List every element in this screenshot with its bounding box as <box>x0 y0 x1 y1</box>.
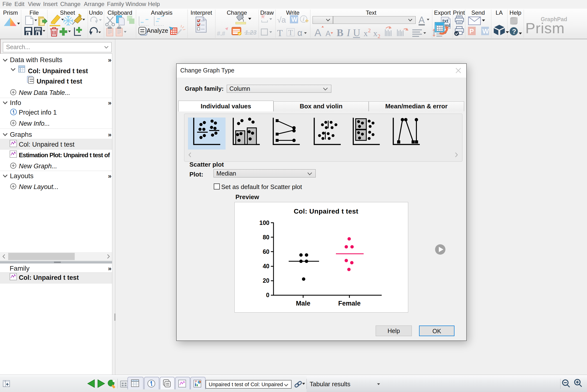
svg-text:Col: Unpaired t test: Col: Unpaired t test <box>294 208 358 215</box>
svg-text:2: 2 <box>368 28 371 34</box>
svg-text:A: A <box>326 30 331 38</box>
svg-text:B: B <box>337 27 343 38</box>
svg-text:100: 100 <box>259 219 269 226</box>
svg-text:√a: √a <box>277 16 286 24</box>
svg-text:20: 20 <box>263 277 269 284</box>
svg-text:T: T <box>277 28 283 38</box>
svg-text:I: I <box>347 27 351 38</box>
svg-text:60: 60 <box>263 248 269 255</box>
svg-text:α: α <box>297 28 303 38</box>
svg-text:Analyze: Analyze <box>147 27 168 34</box>
svg-text:T: T <box>288 28 293 37</box>
svg-text:W: W <box>482 28 489 35</box>
svg-text:2: 2 <box>378 33 381 39</box>
svg-text:i: i <box>303 16 305 22</box>
svg-text:P: P <box>469 28 474 35</box>
svg-text:#.#: #.# <box>217 30 225 37</box>
svg-text:Female: Female <box>338 300 361 307</box>
svg-text:W: W <box>291 16 298 23</box>
svg-text:Prism: Prism <box>525 20 564 36</box>
svg-text:80: 80 <box>263 234 269 240</box>
svg-text:A: A <box>315 27 321 38</box>
svg-text:0: 0 <box>266 292 269 298</box>
svg-text:Male: Male <box>296 300 310 307</box>
svg-text:?: ? <box>512 28 516 35</box>
svg-text:x: x <box>373 29 377 38</box>
svg-text:U: U <box>353 27 360 38</box>
svg-text:x: x <box>364 29 368 38</box>
svg-text:40: 40 <box>263 263 269 270</box>
svg-text:*: * <box>261 12 265 24</box>
